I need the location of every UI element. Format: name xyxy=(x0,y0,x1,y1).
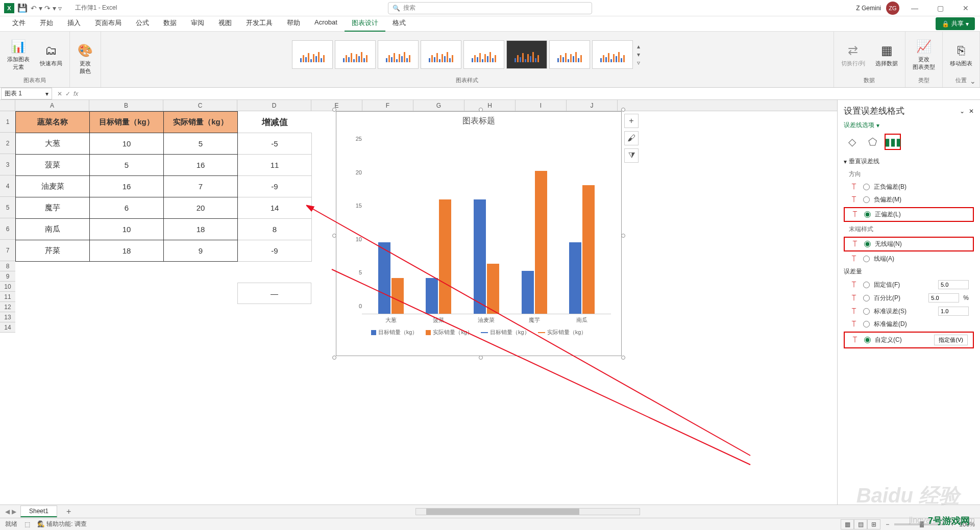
panel-option[interactable]: ⟙ 线端(A) xyxy=(844,253,974,265)
chart-styles-more[interactable]: ▴▾▿ xyxy=(635,43,642,66)
spreadsheet-grid[interactable]: ABCDEFGHIJ 1234567891011121314 蔬菜名称目标销量（… xyxy=(0,100,837,504)
panel-option[interactable]: ⟙ 无线端(N) xyxy=(844,237,974,251)
fx-icon[interactable]: fx xyxy=(74,90,78,97)
table-cell[interactable]: 14 xyxy=(238,197,312,219)
table-header[interactable]: 蔬菜名称 xyxy=(16,112,90,133)
share-button[interactable]: 🔒 共享 ▾ xyxy=(936,17,975,30)
switch-row-col-button[interactable]: ⇄ 切换行/列 xyxy=(838,40,868,69)
col-header-A[interactable]: A xyxy=(15,100,89,111)
row-header-1[interactable]: 1 xyxy=(0,111,15,133)
col-header-G[interactable]: G xyxy=(413,100,464,111)
select-all-cell[interactable] xyxy=(0,100,15,111)
table-cell[interactable]: 5 xyxy=(90,155,164,176)
menu-tab-8[interactable]: 开发工具 xyxy=(239,15,280,32)
table-cell[interactable]: 16 xyxy=(90,176,164,197)
table-cell[interactable]: 油麦菜 xyxy=(16,176,90,197)
table-cell[interactable]: 菠菜 xyxy=(16,155,90,176)
effects-tab[interactable]: ⬠ xyxy=(864,134,880,150)
row-header-13[interactable]: 13 xyxy=(0,312,15,322)
chart-style-8[interactable] xyxy=(592,40,633,69)
menu-tab-10[interactable]: Acrobat xyxy=(307,15,345,32)
col-header-B[interactable]: B xyxy=(89,100,163,111)
menu-tab-0[interactable]: 文件 xyxy=(5,15,33,32)
table-cell[interactable]: 6 xyxy=(90,197,164,219)
menu-tab-11[interactable]: 图表设计 xyxy=(345,15,385,32)
chart-style-5[interactable] xyxy=(463,40,504,69)
change-colors-button[interactable]: 🎨 更改 颜色 xyxy=(74,40,96,77)
chart-bar[interactable] xyxy=(522,271,534,314)
row-header-7[interactable]: 7 xyxy=(0,240,15,261)
sheet-tab-sheet1[interactable]: Sheet1 xyxy=(20,506,57,517)
plot-area[interactable] xyxy=(362,136,611,314)
normal-view-button[interactable]: ▦ xyxy=(841,519,854,529)
panel-option[interactable]: ⟙ 固定值(F) xyxy=(844,278,974,291)
search-box[interactable]: 🔍 搜索 xyxy=(388,2,592,14)
panel-option[interactable]: ⟙ 正偏差(L) xyxy=(844,207,974,222)
page-break-view-button[interactable]: ⊞ xyxy=(867,519,880,529)
chart-bar[interactable] xyxy=(439,199,451,314)
table-cell[interactable]: 5 xyxy=(164,133,238,155)
macro-record-icon[interactable]: ⬚ xyxy=(24,521,30,528)
ribbon-collapse-button[interactable]: ⌄ xyxy=(970,77,976,85)
col-header-F[interactable]: F xyxy=(362,100,413,111)
row-header-6[interactable]: 6 xyxy=(0,218,15,240)
quick-layout-button[interactable]: 🗂 快速布局 xyxy=(37,40,65,69)
table-cell[interactable]: 18 xyxy=(90,240,164,262)
col-header-D[interactable]: D xyxy=(237,100,311,111)
error-bar-options-tab[interactable]: ▮▮▮ xyxy=(885,134,901,150)
redo-button[interactable]: ↷ ▾ xyxy=(44,4,56,12)
change-chart-type-button[interactable]: 📈 更改 图表类型 xyxy=(910,36,938,73)
panel-subtitle[interactable]: 误差线选项 ▾ xyxy=(844,121,974,130)
table-cell[interactable]: 20 xyxy=(164,197,238,219)
name-box[interactable]: 图表 1▾ xyxy=(1,88,52,99)
chart-brush-button[interactable]: 🖌 xyxy=(624,131,639,145)
chart-bar[interactable] xyxy=(582,185,595,314)
sheet-prev-button[interactable]: ◀ xyxy=(5,508,10,515)
qat-customize[interactable]: ▿ xyxy=(58,4,62,12)
chart-plus-button[interactable]: + xyxy=(624,114,639,128)
row-header-14[interactable]: 14 xyxy=(0,322,15,333)
table-cell[interactable]: 11 xyxy=(238,155,312,176)
add-sheet-button[interactable]: + xyxy=(61,507,76,516)
menu-tab-3[interactable]: 页面布局 xyxy=(88,15,129,32)
menu-tab-1[interactable]: 开始 xyxy=(33,15,60,32)
col-header-J[interactable]: J xyxy=(567,100,618,111)
zoom-out-button[interactable]: − xyxy=(886,521,889,528)
confirm-icon[interactable]: ✓ xyxy=(65,90,70,97)
cancel-icon[interactable]: ✕ xyxy=(57,90,62,97)
chart-style-6[interactable] xyxy=(506,40,547,69)
save-icon[interactable]: 💾 xyxy=(17,3,28,13)
menu-tab-5[interactable]: 数据 xyxy=(156,15,184,32)
table-cell[interactable]: 10 xyxy=(90,133,164,155)
fill-line-tab[interactable]: ◇ xyxy=(844,134,860,150)
row-header-10[interactable]: 10 xyxy=(0,282,15,292)
table-cell[interactable]: 南瓜 xyxy=(16,219,90,240)
panel-close-button[interactable]: ✕ xyxy=(969,108,974,115)
row-header-9[interactable]: 9 xyxy=(0,271,15,282)
col-header-C[interactable]: C xyxy=(163,100,237,111)
table-header[interactable]: 实际销量（kg） xyxy=(164,112,238,133)
panel-option[interactable]: ⟙ 标准偏差(D) xyxy=(844,318,974,331)
table-cell[interactable]: 16 xyxy=(164,155,238,176)
col-header-E[interactable]: E xyxy=(311,100,362,111)
chart-style-3[interactable] xyxy=(378,40,419,69)
chart-style-7[interactable] xyxy=(549,40,590,69)
row-header-12[interactable]: 12 xyxy=(0,302,15,312)
table-cell[interactable]: 魔芋 xyxy=(16,197,90,219)
chart-title[interactable]: 图表标题 xyxy=(336,112,621,131)
maximize-button[interactable]: ▢ xyxy=(930,1,950,15)
menu-tab-4[interactable]: 公式 xyxy=(129,15,156,32)
menu-tab-12[interactable]: 格式 xyxy=(385,15,413,32)
menu-tab-9[interactable]: 帮助 xyxy=(280,15,307,32)
user-name[interactable]: Z Gemini xyxy=(856,5,881,12)
page-layout-view-button[interactable]: ▤ xyxy=(854,519,867,529)
table-cell[interactable]: 10 xyxy=(90,219,164,240)
minimize-button[interactable]: — xyxy=(904,1,925,15)
table-cell[interactable]: 7 xyxy=(164,176,238,197)
chart-bar[interactable] xyxy=(474,199,486,314)
panel-option[interactable]: ⟙ 负偏差(M) xyxy=(844,193,974,206)
chart-bar[interactable] xyxy=(391,278,404,314)
table-cell[interactable]: -9 xyxy=(238,176,312,197)
chart-bar[interactable] xyxy=(487,264,499,314)
embedded-chart[interactable]: 图表标题 2520151050 大葱菠菜油麦菜魔芋南瓜 目标销量（kg）实际销量… xyxy=(336,111,622,356)
